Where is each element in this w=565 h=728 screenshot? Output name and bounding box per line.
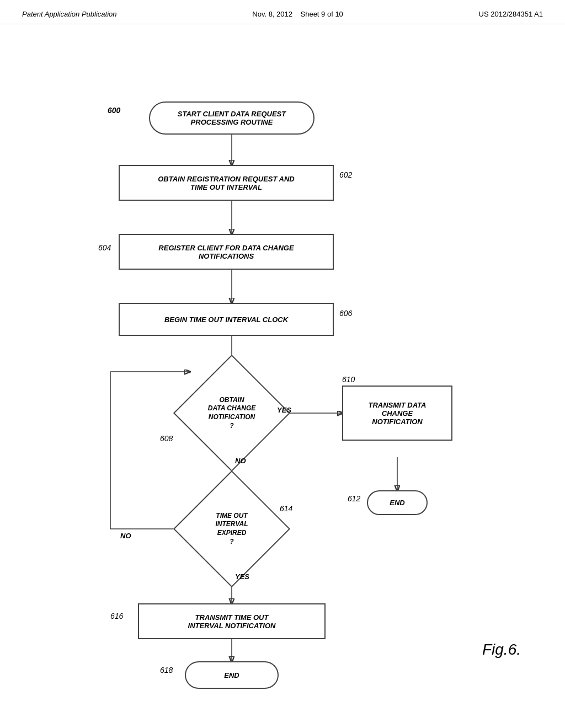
header-left: Patent Application Publication: [22, 10, 117, 18]
node-618-end: END: [185, 661, 279, 689]
label-612: 612: [348, 494, 360, 503]
label-608-yes: YES: [277, 406, 291, 414]
header-center: Nov. 8, 2012 Sheet 9 of 10: [252, 10, 343, 18]
label-618: 618: [160, 666, 173, 675]
node-602: OBTAIN REGISTRATION REQUEST AND TIME OUT…: [119, 165, 334, 201]
node-608-diamond: OBTAIN DATA CHANGE NOTIFICATION ?: [190, 372, 273, 454]
node-606: BEGIN TIME OUT INTERVAL CLOCK: [119, 303, 334, 336]
label-602: 602: [339, 170, 352, 179]
label-600: 600: [108, 106, 120, 115]
label-608: 608: [160, 434, 173, 443]
label-606: 606: [339, 309, 352, 318]
node-612-end: END: [367, 490, 428, 515]
fig-label: Fig.6.: [482, 641, 521, 659]
label-608-no: NO: [235, 457, 246, 465]
label-614-yes: YES: [235, 572, 249, 581]
node-610: TRANSMIT DATA CHANGE NOTIFICATION: [342, 386, 452, 441]
node-616: TRANSMIT TIME OUT INTERVAL NOTIFICATION: [138, 603, 326, 639]
header-right: US 2012/284351 A1: [479, 10, 543, 18]
node-614-diamond: TIME OUT INTERVAL EXPIRED ?: [190, 488, 273, 570]
label-604: 604: [98, 243, 111, 252]
page-header: Patent Application Publication Nov. 8, 2…: [0, 0, 565, 24]
label-614-no: NO: [120, 532, 131, 540]
label-614: 614: [280, 504, 292, 513]
node-604: REGISTER CLIENT FOR DATA CHANGE NOTIFICA…: [119, 234, 334, 270]
diagram-area: START CLIENT DATA REQUEST PROCESSING ROU…: [0, 24, 565, 714]
label-616: 616: [110, 612, 123, 620]
label-610: 610: [342, 375, 355, 384]
node-600-start: START CLIENT DATA REQUEST PROCESSING ROU…: [149, 101, 315, 135]
